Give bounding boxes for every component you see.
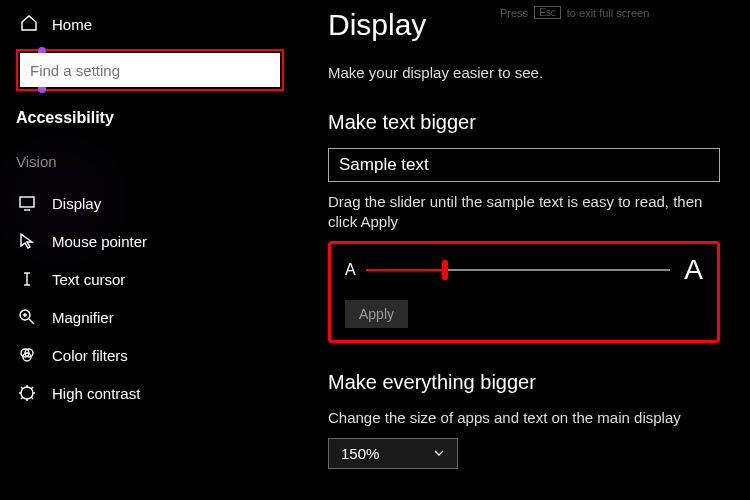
slider-track[interactable] [366, 269, 671, 271]
svg-line-6 [29, 319, 34, 324]
search-box[interactable] [20, 53, 280, 87]
scale-instruction: Change the size of apps and text on the … [328, 408, 720, 428]
sidebar-item-display[interactable]: Display [0, 184, 300, 222]
sidebar-item-label: Text cursor [52, 271, 125, 288]
chevron-down-icon [433, 445, 445, 462]
main-panel: Press Esc to exit full screen Display Ma… [300, 0, 750, 500]
magnifier-icon [18, 308, 36, 326]
home-icon [20, 14, 38, 35]
sidebar-item-mouse-pointer[interactable]: Mouse pointer [0, 222, 300, 260]
sidebar: Home Accessibility Vision Display Mouse … [0, 0, 300, 500]
slider-fill [366, 269, 442, 271]
svg-line-17 [21, 387, 23, 389]
apply-button[interactable]: Apply [345, 300, 408, 328]
sidebar-item-text-cursor[interactable]: Text cursor [0, 260, 300, 298]
svg-line-20 [32, 387, 34, 389]
group-label: Vision [0, 149, 300, 184]
sidebar-item-label: Color filters [52, 347, 128, 364]
category-heading: Accessibility [0, 105, 300, 149]
slider-min-label: A [345, 261, 356, 279]
sidebar-item-high-contrast[interactable]: High contrast [0, 374, 300, 412]
svg-line-19 [21, 398, 23, 400]
nav-home[interactable]: Home [0, 8, 300, 45]
sample-text-box: Sample text [328, 148, 720, 182]
sidebar-item-label: Mouse pointer [52, 233, 147, 250]
section-heading-everything-bigger: Make everything bigger [328, 371, 720, 394]
svg-rect-2 [20, 197, 34, 207]
sidebar-item-magnifier[interactable]: Magnifier [0, 298, 300, 336]
slider-thumb[interactable] [442, 260, 448, 280]
sidebar-item-label: Magnifier [52, 309, 114, 326]
sidebar-item-label: High contrast [52, 385, 140, 402]
text-cursor-icon [18, 270, 36, 288]
svg-line-1 [266, 72, 269, 75]
high-contrast-icon [18, 384, 36, 402]
esc-key: Esc [534, 6, 561, 19]
scale-value: 150% [341, 445, 379, 462]
text-size-slider[interactable]: A A [345, 254, 703, 286]
slider-max-label: A [684, 254, 703, 286]
scale-dropdown[interactable]: 150% [328, 438, 458, 469]
home-label: Home [52, 16, 92, 33]
svg-line-18 [32, 398, 34, 400]
display-icon [18, 194, 36, 212]
search-input[interactable] [30, 62, 256, 79]
section-heading-text-bigger: Make text bigger [328, 111, 720, 134]
fullscreen-hint: Press Esc to exit full screen [500, 6, 649, 19]
search-icon [256, 62, 270, 79]
svg-point-0 [258, 63, 267, 72]
slider-instruction: Drag the slider until the sample text is… [328, 192, 720, 233]
page-subtitle: Make your display easier to see. [328, 64, 720, 81]
search-highlight [16, 49, 284, 91]
mouse-pointer-icon [18, 232, 36, 250]
sidebar-item-color-filters[interactable]: Color filters [0, 336, 300, 374]
sidebar-item-label: Display [52, 195, 101, 212]
color-filters-icon [18, 346, 36, 364]
text-size-slider-highlight: A A Apply [328, 241, 720, 343]
svg-point-12 [21, 387, 33, 399]
